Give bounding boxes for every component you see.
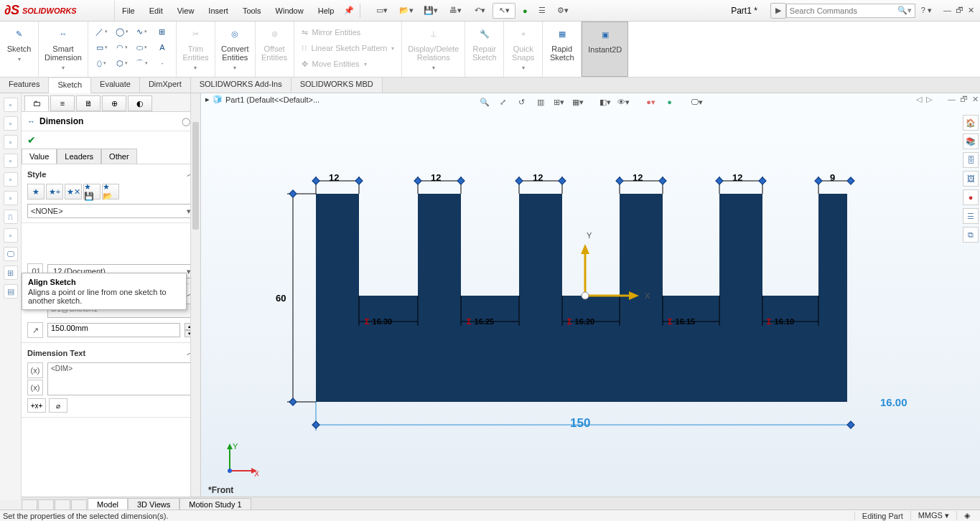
canvas-close-icon[interactable]: ✕ bbox=[972, 95, 979, 104]
menu-view[interactable]: View bbox=[170, 0, 202, 22]
arc-icon[interactable]: ◠ bbox=[113, 40, 131, 55]
scene-icon[interactable]: 👁▾ bbox=[616, 95, 632, 109]
mirror-icon[interactable]: ⇋ bbox=[302, 28, 308, 37]
smart-dimension-button[interactable]: ↔ Smart Dimension ▾ bbox=[39, 22, 88, 77]
pt-feature-manager[interactable]: 🗀 bbox=[24, 95, 49, 111]
lc-draw-icon[interactable]: ▫ bbox=[4, 135, 18, 149]
display-relations-button[interactable]: ⊥ Display/Delete Relations ▾ bbox=[402, 22, 465, 77]
sketch-button[interactable]: ✎ Sketch ▾ bbox=[0, 22, 39, 77]
search-commands-input[interactable] bbox=[790, 6, 897, 15]
menu-tools[interactable]: Tools bbox=[235, 0, 269, 22]
style-del-icon[interactable]: ★✕ bbox=[65, 184, 82, 200]
rv-icon[interactable]: ● bbox=[662, 95, 678, 109]
breadcrumb[interactable]: ▸🧊 Part1 (Default<<Default>... bbox=[205, 95, 319, 104]
pm-tab-value[interactable]: Value bbox=[22, 149, 57, 164]
zoom-area-icon[interactable]: ⤢ bbox=[495, 95, 511, 109]
tp-forum-icon[interactable]: ⧉ bbox=[963, 227, 979, 243]
select-icon[interactable]: ↖▾ bbox=[493, 3, 515, 19]
menu-help[interactable]: Help bbox=[311, 0, 342, 22]
add-bracket-button[interactable]: ⌀ bbox=[49, 398, 67, 413]
pt-dimxpert-manager[interactable]: ⊕ bbox=[102, 95, 126, 111]
pt-display-manager[interactable]: ◐ bbox=[128, 95, 152, 111]
status-units[interactable]: MMGS ▾ bbox=[910, 511, 956, 520]
dimension-text-box[interactable]: <DIM> bbox=[47, 362, 195, 395]
dim-top-4[interactable]: 12 bbox=[633, 172, 643, 183]
dim-eq-1[interactable]: Σ16.30 bbox=[365, 316, 392, 327]
pt-property-manager[interactable]: ≡ bbox=[50, 95, 75, 111]
prev-view-icon[interactable]: ↺ bbox=[514, 95, 530, 109]
fillet-icon[interactable]: ⌒ bbox=[133, 56, 151, 70]
new-doc-icon[interactable]: ▭▾ bbox=[370, 3, 393, 19]
tab-evaluate[interactable]: Evaluate bbox=[91, 78, 140, 93]
lc-mold-icon[interactable]: ▫ bbox=[4, 191, 18, 205]
tp-home-icon[interactable]: 🏠 bbox=[963, 115, 979, 131]
help-dropdown[interactable]: ? ▾ bbox=[915, 6, 938, 15]
menu-insert[interactable]: Insert bbox=[201, 0, 235, 22]
tab-addins[interactable]: SOLIDWORKS Add-Ins bbox=[191, 78, 291, 93]
polygon-icon[interactable]: ⬡ bbox=[113, 56, 131, 70]
lc-plane-icon[interactable]: ▫ bbox=[4, 228, 18, 243]
settings-icon[interactable]: ⚙▾ bbox=[551, 3, 574, 19]
dim-eq-3[interactable]: Σ16.20 bbox=[567, 316, 594, 327]
canvas-prev-icon[interactable]: ◁ bbox=[916, 95, 922, 104]
dim-height[interactable]: 60 bbox=[276, 293, 286, 304]
search-icon[interactable]: 🔍▾ bbox=[897, 6, 912, 15]
lc-assy-icon[interactable]: ▫ bbox=[4, 116, 18, 131]
canvas-next-icon[interactable]: ▷ bbox=[926, 95, 932, 104]
offset-entities-button[interactable]: ⊚ Offset Entities bbox=[256, 22, 294, 77]
panel-scrollbar[interactable] bbox=[190, 93, 200, 499]
search-commands-arrow-icon[interactable]: ▶ bbox=[770, 3, 786, 19]
appearance-icon[interactable]: ●▾ bbox=[643, 95, 659, 109]
spline-icon[interactable]: ∿ bbox=[133, 24, 151, 39]
style-load-icon[interactable]: ★ bbox=[27, 184, 45, 200]
style-open-icon[interactable]: ★📂 bbox=[102, 184, 119, 200]
primary-value-field[interactable]: 150.00mm bbox=[47, 323, 180, 337]
style-save-icon[interactable]: ★💾 bbox=[83, 184, 101, 200]
lc-weld-icon[interactable]: ▫ bbox=[4, 172, 18, 187]
line-icon[interactable]: ／ bbox=[93, 24, 111, 39]
open-doc-icon[interactable]: 📂▾ bbox=[395, 3, 418, 19]
tab-features[interactable]: Features bbox=[0, 78, 49, 93]
canvas-max-icon[interactable]: 🗗 bbox=[960, 95, 968, 104]
tab-sketch[interactable]: Sketch bbox=[49, 78, 91, 93]
trim-grid-icon[interactable]: ⊞ bbox=[153, 24, 172, 39]
pin-icon[interactable]: 📌 bbox=[341, 3, 357, 19]
pt-config-manager[interactable]: 🗎 bbox=[76, 95, 101, 111]
trim-entities-button[interactable]: ✂ Trim Entities ▾ bbox=[177, 22, 215, 77]
text-icon[interactable]: A bbox=[153, 40, 172, 55]
lc-table-icon[interactable]: ▤ bbox=[4, 284, 18, 299]
save-icon[interactable]: 💾▾ bbox=[419, 3, 442, 19]
search-commands-box[interactable]: 🔍▾ bbox=[786, 4, 915, 18]
view-orient-icon[interactable]: ⊞▾ bbox=[551, 95, 567, 109]
menu-file[interactable]: File bbox=[115, 0, 142, 22]
dim-top-3[interactable]: 12 bbox=[533, 172, 543, 183]
lc-ref-icon[interactable]: ⊞ bbox=[4, 266, 18, 280]
zoom-fit-icon[interactable]: 🔍 bbox=[477, 95, 493, 109]
lc-curve-icon[interactable]: ⎍ bbox=[4, 210, 18, 224]
canvas-min-icon[interactable]: — bbox=[948, 95, 956, 104]
dim-eq-4[interactable]: Σ16.15 bbox=[668, 316, 695, 327]
move-icon[interactable]: ✥ bbox=[302, 60, 308, 69]
restore-button[interactable]: 🗗 bbox=[956, 6, 963, 15]
tp-appearance-icon[interactable]: ● bbox=[963, 189, 979, 205]
dim-eq-5[interactable]: Σ16.10 bbox=[767, 316, 794, 327]
linear-pattern-icon[interactable]: ⁝⁝ bbox=[302, 44, 307, 53]
print-icon[interactable]: 🖶▾ bbox=[444, 3, 467, 19]
circle-icon[interactable]: ◯ bbox=[113, 24, 131, 39]
tp-props-icon[interactable]: ☰ bbox=[963, 208, 979, 224]
rectangle-icon[interactable]: ▭ bbox=[93, 40, 111, 55]
convert-entities-button[interactable]: ◎ Convert Entities ▾ bbox=[215, 22, 256, 77]
lc-part-icon[interactable]: ▫ bbox=[4, 98, 18, 112]
hide-show-icon[interactable]: ◧▾ bbox=[597, 95, 613, 109]
rebuild-icon[interactable]: ● bbox=[517, 3, 533, 19]
repair-sketch-button[interactable]: 🔧 Repair Sketch bbox=[465, 22, 504, 77]
minimize-button[interactable]: — bbox=[943, 6, 951, 15]
add-symbol-button[interactable]: +x+ bbox=[27, 398, 46, 413]
close-button[interactable]: ✕ bbox=[968, 6, 974, 15]
viewport-icon[interactable]: 🖵▾ bbox=[689, 95, 705, 109]
lc-sheet-icon[interactable]: ▫ bbox=[4, 154, 18, 168]
menu-edit[interactable]: Edit bbox=[142, 0, 170, 22]
quick-snaps-button[interactable]: ⌖ Quick Snaps ▾ bbox=[504, 22, 543, 77]
undo-icon[interactable]: ↶▾ bbox=[468, 3, 491, 19]
tab-dimxpert[interactable]: DimXpert bbox=[140, 78, 191, 93]
